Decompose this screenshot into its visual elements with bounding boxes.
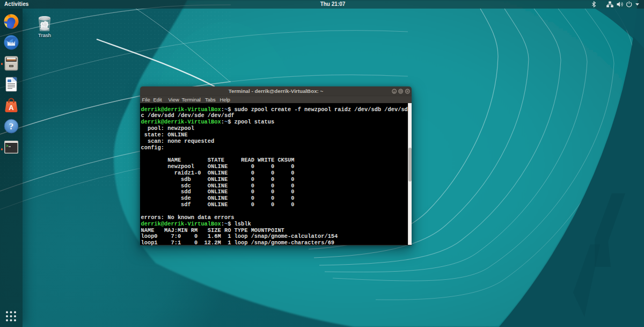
svg-text:?: ? [9, 121, 14, 132]
svg-text:>: > [6, 144, 9, 148]
svg-text:A: A [9, 104, 14, 112]
